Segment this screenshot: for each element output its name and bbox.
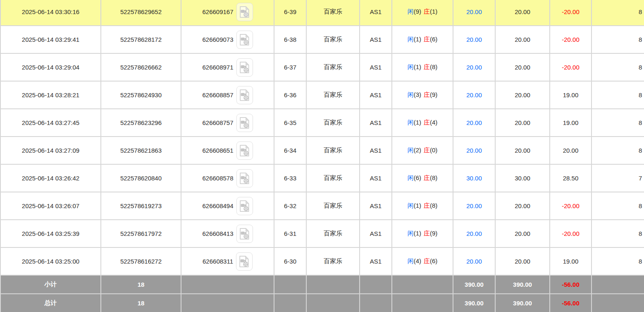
round-id: 626608971	[202, 64, 233, 71]
cell-round-id: 626609167	[181, 0, 274, 26]
cell-round-id: 626609073	[181, 26, 274, 53]
video-replay-button[interactable]	[236, 114, 253, 132]
banker-points: (6)	[430, 257, 437, 264]
cell-clipped-column: 8	[592, 137, 644, 164]
cell-bet-amount: 20.00	[453, 81, 495, 109]
valid-bet: 20.00	[515, 119, 530, 126]
banker-points: (9)	[430, 230, 437, 237]
table-row[interactable]: 2025-06-14 03:29:41 522578628172 6266090…	[0, 26, 644, 53]
table-row[interactable]: 2025-06-14 03:30:16 522578629652 6266091…	[0, 0, 644, 26]
cell-bet-amount: 20.00	[453, 137, 495, 164]
table-row[interactable]: 2025-06-14 03:25:39 522578617972 6266084…	[0, 220, 644, 247]
bet-id: 522578620840	[120, 175, 162, 182]
bet-amount: 20.00	[466, 36, 482, 43]
cell-table-code: AS1	[360, 247, 392, 275]
cell-empty	[274, 294, 306, 312]
clipped-value: 8	[639, 202, 642, 209]
cell-bet-amount: 30.00	[453, 164, 495, 192]
cell-game-type: 百家乐	[306, 53, 360, 81]
video-replay-icon	[239, 89, 250, 101]
cell-empty	[592, 275, 644, 294]
valid-bet: 20.00	[515, 147, 530, 154]
player-label: 闲	[408, 91, 414, 98]
summary-label: 小计	[45, 281, 57, 288]
cell-round-id: 626608494	[181, 192, 274, 220]
bet-id: 522578624930	[120, 91, 162, 98]
banker-points: (4)	[430, 119, 437, 126]
table-row[interactable]: 2025-06-14 03:28:21 522578624930 6266088…	[0, 81, 644, 109]
table-code: AS1	[370, 64, 382, 71]
game-type: 百家乐	[324, 174, 342, 181]
player-label: 闲	[408, 36, 414, 43]
video-replay-button[interactable]	[236, 58, 253, 77]
cell-game-result: 闲(1)庄(8)	[392, 53, 453, 81]
player-points: (4)	[414, 257, 421, 264]
cell-round-number: 6-33	[274, 164, 306, 192]
cell-summary-win-loss: -56.00	[550, 294, 592, 312]
cell-empty	[181, 294, 274, 312]
cell-bet-time: 2025-06-14 03:28:21	[0, 81, 101, 109]
cell-summary-count: 18	[101, 294, 181, 312]
video-replay-button[interactable]	[236, 86, 253, 104]
win-loss: 20.00	[563, 147, 579, 154]
cell-empty	[392, 294, 453, 312]
player-points: (3)	[414, 91, 421, 98]
bet-amount: 20.00	[466, 202, 482, 209]
cell-valid-bet: 20.00	[495, 0, 550, 26]
bet-time: 2025-06-14 03:27:09	[22, 147, 79, 154]
table-row[interactable]: 2025-06-14 03:25:00 522578616272 6266083…	[0, 247, 644, 275]
game-type: 百家乐	[324, 202, 342, 209]
cell-game-result: 闲(9)庄(1)	[392, 0, 453, 26]
round-id-group: 626608413	[181, 225, 274, 243]
cell-win-loss: -20.00	[550, 0, 592, 26]
table-code: AS1	[370, 36, 382, 43]
player-points: (1)	[414, 119, 421, 126]
cell-game-result: 闲(2)庄(0)	[392, 137, 453, 164]
video-replay-button[interactable]	[236, 169, 253, 187]
cell-empty	[360, 275, 392, 294]
cell-game-type: 百家乐	[306, 0, 360, 26]
win-loss: 19.00	[563, 119, 579, 126]
player-points: (2)	[414, 146, 421, 154]
cell-round-id: 626608757	[181, 109, 274, 137]
table-row[interactable]: 2025-06-14 03:26:07 522578619273 6266084…	[0, 192, 644, 220]
video-replay-button[interactable]	[236, 252, 253, 271]
table-code: AS1	[370, 147, 382, 154]
bet-id: 522578626662	[120, 64, 162, 71]
cell-bet-time: 2025-06-14 03:26:42	[0, 164, 101, 192]
table-row[interactable]: 2025-06-14 03:27:45 522578623296 6266087…	[0, 109, 644, 137]
cell-win-loss: 28.50	[550, 164, 592, 192]
video-replay-button[interactable]	[236, 197, 253, 215]
round-number: 6-33	[284, 175, 296, 182]
game-type: 百家乐	[324, 8, 342, 15]
video-replay-icon	[239, 62, 250, 73]
video-replay-button[interactable]	[236, 3, 253, 21]
round-id: 626608757	[202, 119, 233, 126]
cell-empty	[181, 275, 274, 294]
table-code: AS1	[370, 202, 382, 209]
round-id-group: 626608578	[181, 169, 274, 187]
win-loss: 19.00	[563, 91, 579, 98]
win-loss: -20.00	[562, 64, 580, 71]
table-row[interactable]: 2025-06-14 03:27:09 522578621863 6266086…	[0, 137, 644, 164]
player-points: (6)	[414, 174, 421, 181]
summary-label: 总计	[45, 299, 57, 306]
banker-label: 庄	[424, 63, 430, 70]
round-id-group: 626608857	[181, 86, 274, 104]
cell-bet-id: 522578626662	[101, 53, 181, 81]
video-replay-button[interactable]	[236, 225, 253, 243]
video-replay-button[interactable]	[236, 31, 253, 49]
video-replay-button[interactable]	[236, 142, 253, 160]
cell-bet-id: 522578620840	[101, 164, 181, 192]
table-row[interactable]: 2025-06-14 03:29:04 522578626662 6266089…	[0, 53, 644, 81]
cell-bet-time: 2025-06-14 03:25:00	[0, 247, 101, 275]
valid-bet: 20.00	[515, 8, 530, 15]
cell-round-number: 6-32	[274, 192, 306, 220]
valid-bet: 20.00	[515, 64, 530, 71]
round-number: 6-35	[284, 119, 296, 126]
cell-bet-time: 2025-06-14 03:29:04	[0, 53, 101, 81]
table-row[interactable]: 2025-06-14 03:26:42 522578620840 6266085…	[0, 164, 644, 192]
round-number: 6-31	[284, 230, 296, 237]
win-loss: -20.00	[562, 8, 580, 15]
cell-valid-bet: 20.00	[495, 109, 550, 137]
